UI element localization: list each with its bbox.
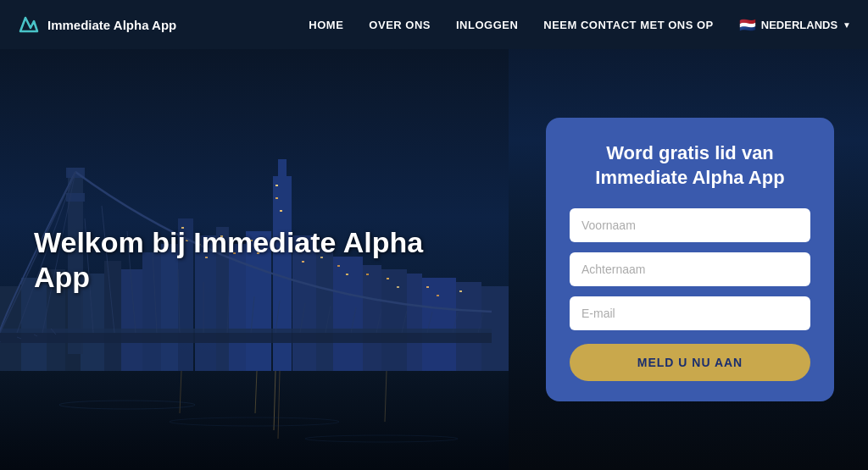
language-selector[interactable]: 🇳🇱 NEDERLANDS ▼	[739, 17, 851, 33]
svg-marker-86	[20, 18, 37, 31]
last-name-input[interactable]	[570, 252, 810, 286]
flag-icon: 🇳🇱	[739, 17, 756, 33]
hero-title: Welkom bij Immediate Alpha App	[34, 225, 424, 295]
email-input[interactable]	[570, 296, 810, 330]
nav-item-home[interactable]: HOME	[309, 17, 343, 32]
signup-card: Word gratis lid van Immediate Alpha App …	[546, 118, 834, 401]
first-name-input[interactable]	[570, 208, 810, 242]
chevron-down-icon: ▼	[843, 20, 851, 30]
nav-link-home[interactable]: HOME	[309, 19, 343, 31]
brand-logo[interactable]: Immediate Alpha App	[17, 13, 176, 36]
navbar: Immediate Alpha App HOME OVER ONS INLOGG…	[0, 0, 868, 49]
nav-item-contact[interactable]: NEEM CONTACT MET ONS OP	[543, 17, 713, 32]
nav-link-contact[interactable]: NEEM CONTACT MET ONS OP	[543, 19, 713, 31]
brand-name: Immediate Alpha App	[47, 18, 176, 32]
nav-item-over-ons[interactable]: OVER ONS	[369, 17, 431, 32]
nav-links: HOME OVER ONS INLOGGEN NEEM CONTACT MET …	[309, 17, 851, 33]
brand-icon	[17, 13, 41, 36]
nav-link-over-ons[interactable]: OVER ONS	[369, 19, 431, 31]
signup-submit-button[interactable]: MELD U NU AAN	[570, 344, 810, 381]
signup-form: MELD U NU AAN	[570, 208, 810, 381]
nav-item-inloggen[interactable]: INLOGGEN	[456, 17, 518, 32]
nav-link-inloggen[interactable]: INLOGGEN	[456, 19, 518, 31]
signup-card-title: Word gratis lid van Immediate Alpha App	[570, 141, 810, 190]
language-label: NEDERLANDS	[761, 19, 837, 31]
hero-content: Welkom bij Immediate Alpha App Word grat…	[0, 49, 868, 470]
